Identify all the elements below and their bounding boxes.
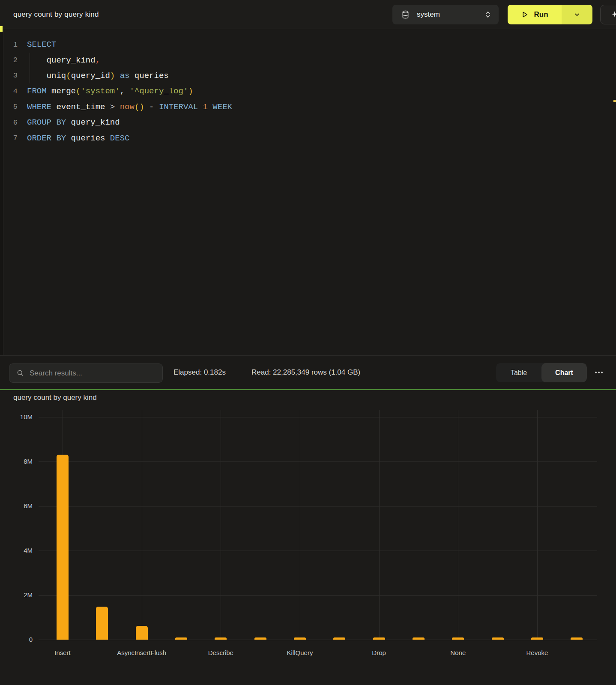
more-options-button[interactable]: [592, 368, 605, 377]
code-line[interactable]: 4FROM merge('system', '^query_log'): [0, 83, 600, 99]
code-line-text: uniq(query_id) as queries: [27, 71, 169, 80]
chart-title: query count by query kind: [13, 390, 97, 405]
chart-bar[interactable]: [96, 607, 108, 640]
chart-view-button[interactable]: Chart: [541, 363, 587, 382]
search-icon: [16, 369, 24, 377]
database-selected-value: system: [417, 10, 484, 19]
x-axis-tick-label: Revoke: [501, 649, 574, 656]
run-button[interactable]: Run: [508, 5, 562, 24]
line-number: 4: [0, 87, 18, 95]
code-line-text: SELECT: [27, 40, 56, 49]
x-gridline: [221, 410, 221, 640]
line-number: 6: [0, 119, 18, 127]
y-axis-tick-label: 6M: [0, 502, 33, 509]
y-axis-tick-label: 4M: [0, 547, 33, 554]
editor-cursor-edge-marker: [0, 26, 3, 32]
chart-panel: query count by query kind 10M8M6M4M2M0In…: [0, 390, 616, 685]
code-line-text: GROUP BY query_kind: [27, 118, 120, 127]
chart-bar[interactable]: [571, 637, 583, 640]
x-gridline: [458, 410, 458, 640]
y-gridline: [39, 462, 597, 462]
x-axis-tick-label: AsyncInsertFlush: [105, 649, 178, 656]
sql-editor[interactable]: 1SELECT2 query_kind,3 uniq(query_id) as …: [0, 30, 616, 355]
chart-bar[interactable]: [452, 637, 464, 640]
play-icon: [521, 11, 529, 18]
y-axis-tick-label: 8M: [0, 458, 33, 465]
run-split-button: Run: [508, 5, 592, 24]
y-axis-tick-label: 2M: [0, 591, 33, 599]
code-line[interactable]: 3 uniq(query_id) as queries: [0, 68, 600, 83]
read-stat: Read: 22,285,349 rows (1.04 GB): [251, 356, 360, 389]
title-bar: query count by query kind system Run: [0, 0, 616, 29]
x-gridline: [537, 410, 538, 640]
overview-ruler-marker: [613, 100, 616, 102]
y-gridline: [39, 640, 597, 640]
run-button-label: Run: [534, 10, 548, 19]
code-line[interactable]: 1SELECT: [0, 37, 600, 52]
x-gridline: [379, 410, 380, 640]
line-number: 5: [0, 103, 18, 111]
y-gridline: [39, 506, 597, 506]
database-selector[interactable]: system: [392, 5, 499, 24]
line-number: 1: [0, 41, 18, 49]
run-options-button[interactable]: [562, 5, 592, 24]
elapsed-stat: Elapsed: 0.182s: [173, 356, 226, 389]
x-axis-tick-label: Describe: [184, 649, 257, 656]
sql-code[interactable]: 1SELECT2 query_kind,3 uniq(query_id) as …: [0, 37, 600, 146]
chart-bar[interactable]: [254, 637, 266, 640]
code-line[interactable]: 7ORDER BY queries DESC: [0, 130, 600, 146]
chart-bar[interactable]: [531, 637, 543, 640]
database-icon: [401, 10, 410, 19]
chart-bar[interactable]: [57, 455, 69, 640]
x-axis-tick-label: Insert: [26, 649, 99, 656]
ellipsis-icon: [595, 372, 597, 373]
table-view-button[interactable]: Table: [496, 363, 541, 382]
chart-bar[interactable]: [136, 626, 148, 640]
ai-assistant-button[interactable]: [600, 5, 616, 24]
chart-bar[interactable]: [492, 637, 504, 640]
chevron-down-icon: [574, 11, 580, 18]
clickhouse-query-console: { "header": { "title": "query count by q…: [0, 0, 616, 685]
y-gridline: [39, 595, 597, 596]
unfold-chevrons-icon: [484, 10, 492, 19]
x-axis-tick-label: Drop: [343, 649, 416, 656]
chart-bar[interactable]: [294, 637, 306, 640]
search-results-input[interactable]: [30, 369, 150, 378]
chart-bar[interactable]: [215, 637, 227, 640]
query-title: query count by query kind: [13, 0, 99, 29]
code-line[interactable]: 6GROUP BY query_kind: [0, 115, 600, 130]
code-line-text: FROM merge('system', '^query_log'): [27, 86, 193, 96]
line-number: 2: [0, 56, 18, 64]
chart-bar[interactable]: [175, 637, 187, 640]
y-axis-tick-label: 10M: [0, 413, 33, 420]
x-axis-tick-label: KillQuery: [263, 649, 336, 656]
y-gridline: [39, 417, 597, 417]
x-axis-tick-label: None: [422, 649, 494, 656]
chart-bar[interactable]: [413, 637, 425, 640]
code-line-text: query_kind,: [27, 56, 100, 65]
line-number: 7: [0, 134, 18, 142]
code-line[interactable]: 5WHERE event_time > now() - INTERVAL 1 W…: [0, 99, 600, 115]
chart-bar[interactable]: [373, 637, 385, 640]
code-line-text: WHERE event_time > now() - INTERVAL 1 WE…: [27, 102, 232, 112]
y-gridline: [39, 551, 597, 551]
code-line-text: ORDER BY queries DESC: [27, 134, 129, 143]
sparkle-icon: [610, 10, 616, 19]
x-gridline: [142, 410, 142, 640]
y-axis-tick-label: 0: [0, 636, 33, 643]
chart-bar[interactable]: [333, 637, 345, 640]
results-toolbar: Elapsed: 0.182s Read: 22,285,349 rows (1…: [0, 355, 616, 389]
search-results-box: [9, 363, 163, 383]
code-line[interactable]: 2 query_kind,: [0, 52, 600, 68]
x-gridline: [300, 410, 300, 640]
table-chart-toggle: Table Chart: [496, 363, 587, 382]
line-number: 3: [0, 71, 18, 80]
overview-ruler[interactable]: [614, 30, 616, 355]
